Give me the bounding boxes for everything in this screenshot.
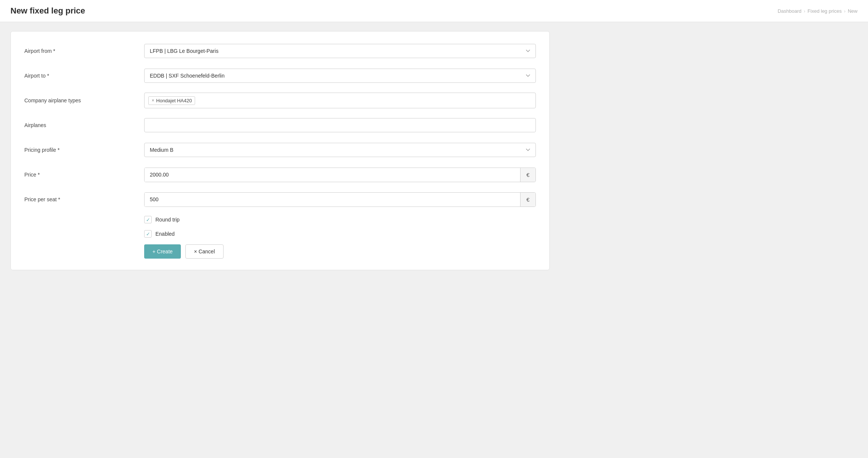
- breadcrumb: Dashboard › Fixed leg prices › New: [778, 8, 858, 14]
- price-per-seat-input[interactable]: [145, 193, 520, 207]
- button-row: + Create × Cancel: [24, 244, 536, 259]
- price-per-seat-suffix: €: [520, 193, 535, 207]
- price-label: Price *: [24, 172, 144, 178]
- tag-hondajet: × Hondajet HA420: [148, 96, 195, 105]
- page-body: Airport from * LFPB | LBG Le Bourget-Par…: [0, 22, 868, 279]
- price-per-seat-input-group: €: [144, 192, 536, 207]
- price-per-seat-label: Price per seat *: [24, 196, 144, 202]
- pricing-profile-row: Pricing profile * Medium B: [24, 142, 536, 158]
- airplanes-row: Airplanes: [24, 117, 536, 133]
- round-trip-row: ✓ Round trip: [24, 216, 536, 223]
- company-airplane-types-label: Company airplane types: [24, 97, 144, 103]
- airport-from-select[interactable]: LFPB | LBG Le Bourget-Paris: [144, 44, 536, 58]
- airplanes-input[interactable]: [144, 118, 536, 132]
- airport-to-select[interactable]: EDDB | SXF Schoenefeld-Berlin: [144, 69, 536, 83]
- round-trip-checkbox[interactable]: ✓: [144, 216, 152, 223]
- airport-from-control: LFPB | LBG Le Bourget-Paris: [144, 44, 536, 58]
- enabled-checkbox[interactable]: ✓: [144, 230, 152, 238]
- create-button[interactable]: + Create: [144, 244, 181, 259]
- airplanes-control: [144, 118, 536, 132]
- tag-label: Hondajet HA420: [156, 98, 192, 103]
- pricing-profile-control: Medium B: [144, 143, 536, 157]
- price-input-group: €: [144, 168, 536, 182]
- breadcrumb-sep-1: ›: [804, 8, 805, 14]
- page-title: New fixed leg price: [10, 6, 85, 16]
- enabled-row: ✓ Enabled: [24, 230, 536, 238]
- breadcrumb-fixed-leg-prices[interactable]: Fixed leg prices: [808, 8, 842, 14]
- price-per-seat-row: Price per seat * €: [24, 191, 536, 208]
- enabled-label: Enabled: [155, 231, 174, 237]
- airport-to-control: EDDB | SXF Schoenefeld-Berlin: [144, 69, 536, 83]
- price-row: Price * €: [24, 166, 536, 183]
- company-airplane-types-control: × Hondajet HA420: [144, 93, 536, 108]
- price-suffix: €: [520, 168, 535, 182]
- pricing-profile-label: Pricing profile *: [24, 147, 144, 153]
- breadcrumb-dashboard[interactable]: Dashboard: [778, 8, 802, 14]
- airport-to-label: Airport to *: [24, 73, 144, 79]
- company-airplane-types-tags[interactable]: × Hondajet HA420: [144, 93, 536, 108]
- airplanes-label: Airplanes: [24, 122, 144, 128]
- tag-remove-icon[interactable]: ×: [152, 98, 154, 103]
- page-header: New fixed leg price Dashboard › Fixed le…: [0, 0, 868, 22]
- cancel-button[interactable]: × Cancel: [185, 244, 224, 259]
- airport-to-row: Airport to * EDDB | SXF Schoenefeld-Berl…: [24, 67, 536, 84]
- pricing-profile-select[interactable]: Medium B: [144, 143, 536, 157]
- price-per-seat-control: €: [144, 192, 536, 207]
- breadcrumb-new: New: [848, 8, 858, 14]
- round-trip-label: Round trip: [155, 217, 180, 223]
- price-input[interactable]: [145, 168, 520, 182]
- price-control: €: [144, 168, 536, 182]
- breadcrumb-sep-2: ›: [844, 8, 846, 14]
- form-card: Airport from * LFPB | LBG Le Bourget-Par…: [10, 31, 550, 270]
- airport-from-label: Airport from *: [24, 48, 144, 54]
- airport-from-row: Airport from * LFPB | LBG Le Bourget-Par…: [24, 43, 536, 59]
- company-airplane-types-row: Company airplane types × Hondajet HA420: [24, 92, 536, 109]
